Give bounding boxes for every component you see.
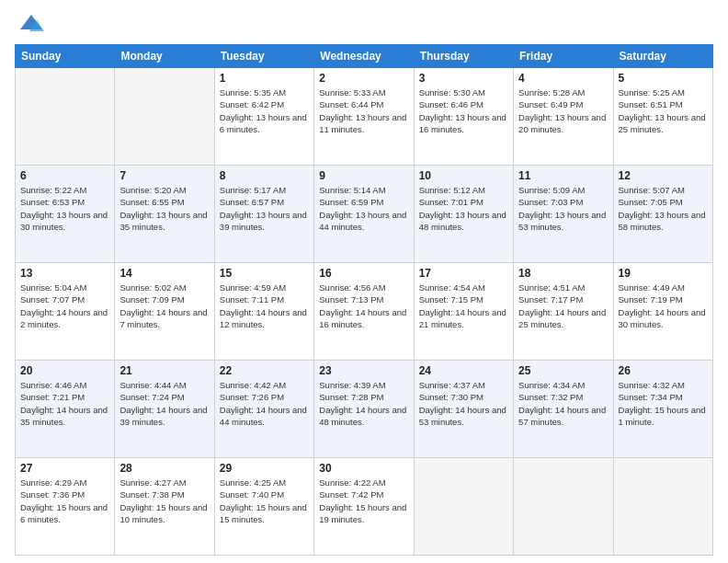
calendar-cell: 28Sunrise: 4:27 AM Sunset: 7:38 PM Dayli… (115, 458, 214, 556)
weekday-sunday: Sunday (16, 45, 115, 68)
calendar-cell: 7Sunrise: 5:20 AM Sunset: 6:55 PM Daylig… (115, 166, 214, 263)
calendar-cell: 9Sunrise: 5:14 AM Sunset: 6:59 PM Daylig… (314, 166, 414, 263)
day-number: 27 (20, 462, 109, 475)
weekday-wednesday: Wednesday (314, 45, 414, 68)
day-info: Sunrise: 5:14 AM Sunset: 6:59 PM Dayligh… (319, 184, 408, 233)
day-number: 28 (119, 462, 209, 475)
calendar-cell (613, 458, 712, 556)
day-number: 6 (20, 169, 109, 182)
calendar-cell: 4Sunrise: 5:28 AM Sunset: 6:49 PM Daylig… (514, 68, 613, 166)
day-number: 1 (220, 72, 309, 85)
day-number: 5 (619, 72, 708, 85)
day-info: Sunrise: 4:44 AM Sunset: 7:24 PM Dayligh… (119, 379, 209, 428)
day-info: Sunrise: 5:17 AM Sunset: 6:57 PM Dayligh… (220, 184, 309, 233)
day-info: Sunrise: 5:20 AM Sunset: 6:55 PM Dayligh… (119, 184, 209, 233)
day-info: Sunrise: 4:27 AM Sunset: 7:38 PM Dayligh… (119, 477, 209, 525)
week-row-4: 20Sunrise: 4:46 AM Sunset: 7:21 PM Dayli… (16, 361, 713, 458)
day-info: Sunrise: 4:56 AM Sunset: 7:13 PM Dayligh… (319, 282, 408, 330)
calendar-cell: 3Sunrise: 5:30 AM Sunset: 6:46 PM Daylig… (414, 68, 513, 166)
weekday-friday: Friday (514, 45, 613, 68)
day-info: Sunrise: 5:07 AM Sunset: 7:05 PM Dayligh… (619, 184, 708, 233)
calendar-cell: 12Sunrise: 5:07 AM Sunset: 7:05 PM Dayli… (613, 166, 712, 263)
day-number: 12 (619, 169, 708, 182)
day-number: 4 (518, 72, 608, 85)
calendar-cell: 25Sunrise: 4:34 AM Sunset: 7:32 PM Dayli… (514, 361, 613, 458)
calendar-cell: 2Sunrise: 5:33 AM Sunset: 6:44 PM Daylig… (314, 68, 414, 166)
weekday-monday: Monday (115, 45, 214, 68)
calendar-cell (414, 458, 513, 556)
day-info: Sunrise: 4:39 AM Sunset: 7:28 PM Dayligh… (319, 379, 408, 428)
day-info: Sunrise: 4:34 AM Sunset: 7:32 PM Dayligh… (518, 379, 608, 428)
calendar-cell: 6Sunrise: 5:22 AM Sunset: 6:53 PM Daylig… (16, 166, 115, 263)
week-row-3: 13Sunrise: 5:04 AM Sunset: 7:07 PM Dayli… (16, 263, 713, 361)
day-info: Sunrise: 5:30 AM Sunset: 6:46 PM Dayligh… (419, 86, 508, 135)
calendar-cell: 24Sunrise: 4:37 AM Sunset: 7:30 PM Dayli… (414, 361, 513, 458)
day-info: Sunrise: 5:22 AM Sunset: 6:53 PM Dayligh… (20, 184, 109, 233)
calendar-cell: 29Sunrise: 4:25 AM Sunset: 7:40 PM Dayli… (214, 458, 313, 556)
calendar-cell: 8Sunrise: 5:17 AM Sunset: 6:57 PM Daylig… (214, 166, 313, 263)
day-info: Sunrise: 4:29 AM Sunset: 7:36 PM Dayligh… (20, 477, 109, 525)
day-number: 2 (319, 72, 408, 85)
calendar-cell: 16Sunrise: 4:56 AM Sunset: 7:13 PM Dayli… (314, 263, 414, 361)
day-info: Sunrise: 4:22 AM Sunset: 7:42 PM Dayligh… (319, 477, 408, 525)
calendar-cell (115, 68, 214, 166)
day-info: Sunrise: 5:35 AM Sunset: 6:42 PM Dayligh… (220, 86, 309, 135)
calendar-cell: 21Sunrise: 4:44 AM Sunset: 7:24 PM Dayli… (115, 361, 214, 458)
day-number: 25 (518, 364, 608, 377)
calendar-cell (514, 458, 613, 556)
calendar-cell: 18Sunrise: 4:51 AM Sunset: 7:17 PM Dayli… (514, 263, 613, 361)
day-number: 3 (419, 72, 508, 85)
day-number: 18 (518, 267, 608, 280)
page-header (15, 11, 713, 37)
day-number: 30 (319, 462, 408, 475)
day-info: Sunrise: 4:25 AM Sunset: 7:40 PM Dayligh… (220, 477, 309, 525)
day-number: 13 (20, 267, 109, 280)
calendar-cell (16, 68, 115, 166)
day-info: Sunrise: 5:09 AM Sunset: 7:03 PM Dayligh… (518, 184, 608, 233)
calendar-cell: 27Sunrise: 4:29 AM Sunset: 7:36 PM Dayli… (16, 458, 115, 556)
calendar-cell: 11Sunrise: 5:09 AM Sunset: 7:03 PM Dayli… (514, 166, 613, 263)
calendar-cell: 23Sunrise: 4:39 AM Sunset: 7:28 PM Dayli… (314, 361, 414, 458)
calendar-cell: 26Sunrise: 4:32 AM Sunset: 7:34 PM Dayli… (613, 361, 712, 458)
week-row-1: 1Sunrise: 5:35 AM Sunset: 6:42 PM Daylig… (16, 68, 713, 166)
calendar-table: SundayMondayTuesdayWednesdayThursdayFrid… (15, 44, 713, 556)
day-number: 26 (619, 364, 708, 377)
day-info: Sunrise: 4:37 AM Sunset: 7:30 PM Dayligh… (419, 379, 508, 428)
day-number: 19 (619, 267, 708, 280)
day-info: Sunrise: 5:12 AM Sunset: 7:01 PM Dayligh… (419, 184, 508, 233)
weekday-saturday: Saturday (613, 45, 712, 68)
calendar-cell: 20Sunrise: 4:46 AM Sunset: 7:21 PM Dayli… (16, 361, 115, 458)
day-number: 20 (20, 364, 109, 377)
weekday-header-row: SundayMondayTuesdayWednesdayThursdayFrid… (16, 45, 713, 68)
day-number: 29 (220, 462, 309, 475)
weekday-thursday: Thursday (414, 45, 513, 68)
day-info: Sunrise: 5:33 AM Sunset: 6:44 PM Dayligh… (319, 86, 408, 135)
day-info: Sunrise: 4:54 AM Sunset: 7:15 PM Dayligh… (419, 282, 508, 330)
day-number: 10 (419, 169, 508, 182)
day-number: 17 (419, 267, 508, 280)
day-info: Sunrise: 4:42 AM Sunset: 7:26 PM Dayligh… (220, 379, 309, 428)
logo-icon (18, 11, 44, 37)
day-number: 9 (319, 169, 408, 182)
calendar-cell: 15Sunrise: 4:59 AM Sunset: 7:11 PM Dayli… (214, 263, 313, 361)
calendar-cell: 14Sunrise: 5:02 AM Sunset: 7:09 PM Dayli… (115, 263, 214, 361)
week-row-5: 27Sunrise: 4:29 AM Sunset: 7:36 PM Dayli… (16, 458, 713, 556)
day-number: 8 (220, 169, 309, 182)
day-info: Sunrise: 5:28 AM Sunset: 6:49 PM Dayligh… (518, 86, 608, 135)
calendar-cell: 19Sunrise: 4:49 AM Sunset: 7:19 PM Dayli… (613, 263, 712, 361)
day-info: Sunrise: 4:32 AM Sunset: 7:34 PM Dayligh… (619, 379, 708, 428)
logo (15, 11, 44, 37)
calendar-cell: 30Sunrise: 4:22 AM Sunset: 7:42 PM Dayli… (314, 458, 414, 556)
calendar-cell: 22Sunrise: 4:42 AM Sunset: 7:26 PM Dayli… (214, 361, 313, 458)
calendar-cell: 5Sunrise: 5:25 AM Sunset: 6:51 PM Daylig… (613, 68, 712, 166)
day-info: Sunrise: 5:04 AM Sunset: 7:07 PM Dayligh… (20, 282, 109, 330)
day-number: 14 (119, 267, 209, 280)
day-info: Sunrise: 4:51 AM Sunset: 7:17 PM Dayligh… (518, 282, 608, 330)
day-number: 22 (220, 364, 309, 377)
day-info: Sunrise: 4:49 AM Sunset: 7:19 PM Dayligh… (619, 282, 708, 330)
day-info: Sunrise: 5:02 AM Sunset: 7:09 PM Dayligh… (119, 282, 209, 330)
day-number: 21 (119, 364, 209, 377)
calendar-cell: 17Sunrise: 4:54 AM Sunset: 7:15 PM Dayli… (414, 263, 513, 361)
day-number: 16 (319, 267, 408, 280)
day-number: 23 (319, 364, 408, 377)
